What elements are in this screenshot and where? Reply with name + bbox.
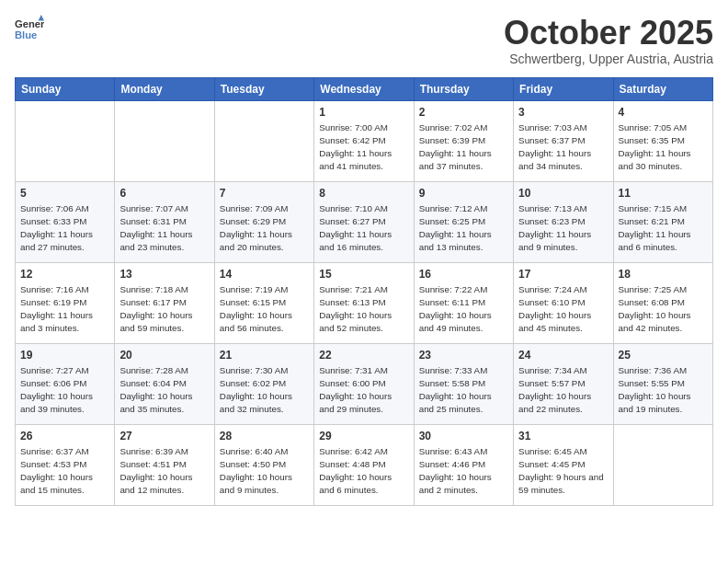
day-info-text: Daylight: 11 hours and 41 minutes. — [319, 147, 408, 172]
day-info-text: Sunset: 4:53 PM — [20, 458, 109, 471]
weekday-header-thursday: Thursday — [414, 77, 513, 100]
weekday-header-friday: Friday — [514, 77, 613, 100]
day-info-text: Sunrise: 7:03 AM — [518, 121, 608, 134]
weekday-header-row: SundayMondayTuesdayWednesdayThursdayFrid… — [16, 77, 713, 100]
day-number: 10 — [518, 186, 608, 201]
day-number: 6 — [119, 186, 209, 201]
day-info-text: Sunset: 4:45 PM — [518, 458, 608, 471]
day-number: 3 — [518, 105, 608, 121]
calendar-cell — [115, 100, 214, 181]
calendar-cell: 20Sunrise: 7:28 AMSunset: 6:04 PMDayligh… — [115, 343, 214, 424]
day-number: 1 — [319, 105, 408, 121]
day-info-text: Sunset: 6:11 PM — [419, 296, 508, 309]
day-info-text: Daylight: 10 hours and 52 minutes. — [319, 309, 408, 334]
day-info-text: Sunset: 6:17 PM — [119, 296, 209, 309]
day-info-text: Sunrise: 7:30 AM — [220, 364, 309, 377]
day-info-text: Sunrise: 7:15 AM — [619, 202, 708, 215]
day-number: 13 — [119, 267, 209, 282]
day-info-text: Sunrise: 7:16 AM — [20, 283, 109, 296]
day-info-text: Daylight: 10 hours and 59 minutes. — [119, 309, 209, 334]
day-info-text: Daylight: 10 hours and 12 minutes. — [119, 471, 209, 496]
day-info-text: Daylight: 10 hours and 42 minutes. — [619, 309, 708, 334]
calendar-cell: 12Sunrise: 7:16 AMSunset: 6:19 PMDayligh… — [16, 262, 115, 343]
day-info-text: Sunrise: 7:02 AM — [419, 121, 508, 134]
logo-icon: General Blue — [15, 15, 44, 44]
day-info-text: Sunset: 4:48 PM — [319, 458, 408, 471]
day-number: 19 — [20, 348, 109, 363]
calendar-cell: 31Sunrise: 6:45 AMSunset: 4:45 PMDayligh… — [514, 424, 613, 505]
calendar-cell: 9Sunrise: 7:12 AMSunset: 6:25 PMDaylight… — [414, 181, 513, 262]
day-info-text: Daylight: 10 hours and 22 minutes. — [518, 390, 608, 415]
day-info-text: Sunset: 4:50 PM — [220, 458, 309, 471]
calendar-cell: 19Sunrise: 7:27 AMSunset: 6:06 PMDayligh… — [16, 343, 115, 424]
day-info-text: Sunrise: 6:40 AM — [220, 445, 309, 458]
page-header: General Blue October 2025 Schwertberg, U… — [15, 15, 713, 66]
calendar-cell: 28Sunrise: 6:40 AMSunset: 4:50 PMDayligh… — [214, 424, 313, 505]
day-info-text: Sunset: 6:02 PM — [220, 377, 309, 390]
day-number: 25 — [619, 348, 708, 363]
day-info-text: Sunset: 6:15 PM — [220, 296, 309, 309]
location-subtitle: Schwertberg, Upper Austria, Austria — [504, 52, 713, 66]
calendar-cell: 22Sunrise: 7:31 AMSunset: 6:00 PMDayligh… — [314, 343, 414, 424]
calendar-cell: 6Sunrise: 7:07 AMSunset: 6:31 PMDaylight… — [115, 181, 214, 262]
day-info-text: Daylight: 11 hours and 34 minutes. — [518, 147, 608, 172]
day-info-text: Sunset: 6:04 PM — [119, 377, 209, 390]
day-info-text: Sunset: 6:29 PM — [220, 215, 309, 228]
calendar-cell — [613, 424, 712, 505]
day-info-text: Daylight: 10 hours and 25 minutes. — [419, 390, 508, 415]
day-info-text: Sunset: 6:06 PM — [20, 377, 109, 390]
day-number: 8 — [319, 186, 408, 201]
calendar-week-row: 26Sunrise: 6:37 AMSunset: 4:53 PMDayligh… — [16, 424, 713, 505]
day-info-text: Sunset: 6:27 PM — [319, 215, 408, 228]
day-number: 12 — [20, 267, 109, 282]
svg-marker-2 — [39, 15, 44, 20]
day-info-text: Sunrise: 6:37 AM — [20, 445, 109, 458]
day-info-text: Sunrise: 7:07 AM — [119, 202, 209, 215]
day-number: 24 — [518, 348, 608, 363]
day-info-text: Daylight: 11 hours and 9 minutes. — [518, 228, 608, 253]
calendar-week-row: 12Sunrise: 7:16 AMSunset: 6:19 PMDayligh… — [16, 262, 713, 343]
day-info-text: Sunrise: 7:19 AM — [220, 283, 309, 296]
day-info-text: Daylight: 10 hours and 2 minutes. — [419, 471, 508, 496]
day-info-text: Sunrise: 7:12 AM — [419, 202, 508, 215]
day-info-text: Sunrise: 7:24 AM — [518, 283, 608, 296]
day-number: 27 — [119, 429, 209, 444]
day-number: 30 — [419, 429, 508, 444]
day-info-text: Sunrise: 7:36 AM — [619, 364, 708, 377]
weekday-header-monday: Monday — [115, 77, 214, 100]
day-info-text: Daylight: 10 hours and 35 minutes. — [119, 390, 209, 415]
day-number: 14 — [220, 267, 309, 282]
calendar-cell: 2Sunrise: 7:02 AMSunset: 6:39 PMDaylight… — [414, 100, 513, 181]
day-number: 20 — [119, 348, 209, 363]
day-info-text: Sunset: 6:23 PM — [518, 215, 608, 228]
calendar-cell: 5Sunrise: 7:06 AMSunset: 6:33 PMDaylight… — [16, 181, 115, 262]
day-info-text: Daylight: 11 hours and 3 minutes. — [20, 309, 109, 334]
calendar-cell: 14Sunrise: 7:19 AMSunset: 6:15 PMDayligh… — [214, 262, 313, 343]
day-info-text: Daylight: 11 hours and 16 minutes. — [319, 228, 408, 253]
day-info-text: Daylight: 10 hours and 6 minutes. — [319, 471, 408, 496]
day-info-text: Sunset: 6:25 PM — [419, 215, 508, 228]
day-info-text: Sunrise: 7:10 AM — [319, 202, 408, 215]
day-info-text: Sunrise: 7:27 AM — [20, 364, 109, 377]
day-number: 7 — [220, 186, 309, 201]
day-info-text: Sunrise: 7:28 AM — [119, 364, 209, 377]
weekday-header-tuesday: Tuesday — [214, 77, 313, 100]
day-number: 5 — [20, 186, 109, 201]
calendar-cell: 27Sunrise: 6:39 AMSunset: 4:51 PMDayligh… — [115, 424, 214, 505]
day-info-text: Daylight: 11 hours and 6 minutes. — [619, 228, 708, 253]
day-info-text: Daylight: 9 hours and 59 minutes. — [518, 471, 608, 496]
day-info-text: Sunrise: 7:33 AM — [419, 364, 508, 377]
day-info-text: Sunset: 6:10 PM — [518, 296, 608, 309]
day-info-text: Sunset: 4:51 PM — [119, 458, 209, 471]
day-info-text: Sunset: 4:46 PM — [419, 458, 508, 471]
day-info-text: Sunrise: 7:31 AM — [319, 364, 408, 377]
day-info-text: Sunrise: 7:25 AM — [619, 283, 708, 296]
calendar-cell: 1Sunrise: 7:00 AMSunset: 6:42 PMDaylight… — [314, 100, 414, 181]
day-info-text: Sunrise: 7:00 AM — [319, 121, 408, 134]
day-number: 21 — [220, 348, 309, 363]
calendar-cell: 18Sunrise: 7:25 AMSunset: 6:08 PMDayligh… — [613, 262, 712, 343]
calendar-cell: 7Sunrise: 7:09 AMSunset: 6:29 PMDaylight… — [214, 181, 313, 262]
day-info-text: Sunrise: 6:39 AM — [119, 445, 209, 458]
day-number: 18 — [619, 267, 708, 282]
calendar-week-row: 5Sunrise: 7:06 AMSunset: 6:33 PMDaylight… — [16, 181, 713, 262]
